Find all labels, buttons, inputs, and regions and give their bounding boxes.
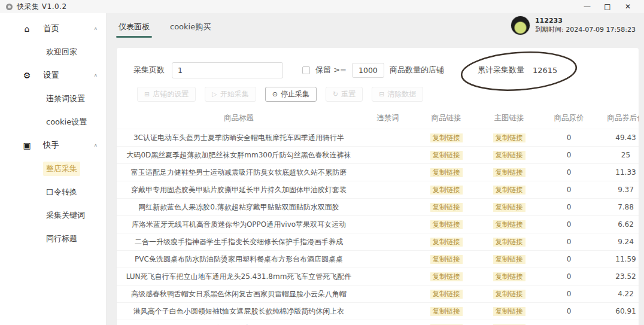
copy-product-link[interactable]: 复制链接 bbox=[430, 255, 463, 264]
keep-label: 保留 >= bbox=[315, 65, 347, 75]
copy-image-link[interactable]: 复制链接 bbox=[493, 203, 525, 212]
app-window: 快采集 V1.0.2 — □ ✕ ⌂ 首页 ∧ 欢迎回家 ⚙ 设置 ∧ 违禁词设 bbox=[0, 0, 644, 325]
sidebar-item-peer-titles[interactable]: 同行标题 bbox=[0, 227, 106, 250]
start-icon: ▷ bbox=[212, 90, 217, 98]
sidebar-item-label: 口令转换 bbox=[43, 185, 80, 199]
copy-product-link[interactable]: 复制链接 bbox=[430, 168, 463, 177]
table-row: 港风高个子白色小圆领短袖t恤女遮屁股长款纯棉净版简约休闲上衣复制链接复制链接06… bbox=[117, 302, 639, 320]
table-row: LUN死飞自行车把立山地车通用龙头25.431.8mm死飞车立管死飞配件复制链接… bbox=[117, 268, 639, 285]
original-price: 0 bbox=[540, 272, 597, 281]
copy-image-link-cell: 复制链接 bbox=[478, 290, 540, 299]
copy-product-link[interactable]: 复制链接 bbox=[430, 203, 463, 212]
keep-checkbox[interactable] bbox=[302, 66, 310, 74]
sidebar-item-cookie-settings[interactable]: cookie设置 bbox=[0, 110, 106, 133]
copy-product-link[interactable]: 复制链接 bbox=[430, 238, 463, 247]
table-row: 3C认证电动车头盔男士夏季防晒安全帽电瓶摩托车四季通用骑行半复制链接复制链接04… bbox=[117, 129, 639, 146]
sidebar-item-collect-keywords[interactable]: 采集关键词 bbox=[0, 203, 106, 227]
copy-product-link-cell: 复制链接 bbox=[415, 290, 478, 299]
copy-product-link[interactable]: 复制链接 bbox=[430, 307, 463, 316]
original-price: 0 bbox=[540, 133, 597, 142]
button-label: 开始采集 bbox=[220, 89, 249, 99]
reset-button[interactable]: ↻ 重置 bbox=[326, 87, 363, 102]
sidebar-item-command-convert[interactable]: 口令转换 bbox=[0, 180, 106, 203]
copy-image-link[interactable]: 复制链接 bbox=[493, 307, 525, 316]
total-collected: 累计采集数量 12615 bbox=[472, 61, 563, 79]
expiry-time: 到期时间: 2024-07-09 17:58:23 bbox=[535, 26, 636, 35]
table-row: 穿戴甲专用固态胶美甲贴片胶撕甲延长甲片持久加固体甲油胶灯套装复制链接复制链接09… bbox=[117, 181, 639, 198]
copy-image-link-cell: 复制链接 bbox=[478, 307, 540, 316]
stop-collect-button[interactable]: ⊙ 停止采集 bbox=[265, 87, 317, 102]
copy-product-link[interactable]: 复制链接 bbox=[430, 133, 463, 142]
col-original-price: 商品原价 bbox=[540, 113, 597, 123]
copy-image-link[interactable]: 复制链接 bbox=[493, 290, 525, 299]
user-id: 112233 bbox=[535, 17, 636, 26]
shop-settings-button[interactable]: ⊞ 店铺的设置 bbox=[137, 87, 196, 102]
sidebar-item-label: 欢迎回家 bbox=[43, 45, 80, 59]
sidebar-item-label: 整店采集 bbox=[43, 162, 80, 176]
content-card: 采集页数 保留 >= 商品数量的店铺 累计采集数量 bbox=[117, 48, 639, 325]
copy-product-link[interactable]: 复制链接 bbox=[430, 151, 463, 160]
copy-image-link[interactable]: 复制链接 bbox=[493, 133, 525, 142]
copy-product-link[interactable]: 复制链接 bbox=[430, 290, 463, 299]
copy-image-link-cell: 复制链接 bbox=[478, 186, 540, 195]
avatar[interactable] bbox=[511, 16, 530, 35]
clear-data-button[interactable]: ⊟ 清除数据 bbox=[372, 87, 423, 102]
tab-cookie-buy[interactable]: cookie购买 bbox=[170, 22, 211, 38]
copy-product-link[interactable]: 复制链接 bbox=[430, 220, 463, 229]
copy-image-link[interactable]: 复制链接 bbox=[493, 255, 525, 264]
app-logo-icon bbox=[6, 4, 13, 10]
button-label: 停止采集 bbox=[281, 89, 309, 99]
original-price: 0 bbox=[540, 168, 597, 177]
keep-count-input[interactable] bbox=[352, 63, 384, 78]
copy-image-link-cell: 复制链接 bbox=[478, 255, 540, 264]
total-value: 12615 bbox=[533, 66, 557, 75]
user-info: 112233 到期时间: 2024-07-09 17:58:23 bbox=[511, 16, 636, 35]
minimize-button[interactable]: — bbox=[577, 0, 597, 13]
copy-image-link[interactable]: 复制链接 bbox=[493, 168, 525, 177]
copy-image-link[interactable]: 复制链接 bbox=[493, 272, 525, 281]
original-price: 0 bbox=[540, 307, 597, 315]
pages-input[interactable] bbox=[172, 62, 283, 78]
product-title: 3C认证电动车头盔男士夏季防晒安全帽电瓶摩托车四季通用骑行半 bbox=[117, 133, 361, 143]
coupon-price: 9.24 bbox=[597, 238, 639, 246]
copy-product-link[interactable]: 复制链接 bbox=[430, 272, 463, 281]
copy-product-link-cell: 复制链接 bbox=[415, 168, 478, 177]
sidebar-item-whole-store-collect[interactable]: 整店采集 bbox=[0, 157, 106, 180]
copy-image-link[interactable]: 复制链接 bbox=[493, 151, 525, 160]
table-row: 二合一升级瘦手指神器学生手指变长变细修长保护手指漫画手养成复制链接复制链接09.… bbox=[117, 233, 639, 250]
original-price: 0 bbox=[540, 151, 597, 159]
tab-dashboard[interactable]: 仪表面板 bbox=[119, 22, 150, 38]
copy-product-link-cell: 复制链接 bbox=[415, 133, 478, 142]
coupon-price: 9.37 bbox=[597, 186, 639, 194]
original-price: 0 bbox=[540, 238, 597, 246]
product-title: PVC免洗圆桌布防水防油防烫家用塑料餐桌布方形台布酒店圆桌桌 bbox=[117, 254, 361, 265]
copy-image-link[interactable]: 复制链接 bbox=[493, 238, 525, 247]
sidebar-item-settings[interactable]: ⚙ 设置 ∧ bbox=[0, 63, 106, 87]
copy-product-link-cell: 复制链接 bbox=[415, 203, 478, 212]
copy-image-link[interactable]: 复制链接 bbox=[493, 186, 525, 195]
col-coupon-price: 商品券后价 bbox=[597, 113, 639, 123]
copy-image-link[interactable]: 复制链接 bbox=[493, 220, 525, 229]
sidebar-item-welcome-home[interactable]: 欢迎回家 bbox=[0, 40, 106, 63]
sidebar-item-label: 快手 bbox=[43, 140, 59, 151]
copy-product-link[interactable]: 复制链接 bbox=[430, 186, 463, 195]
sidebar-item-kuaishou[interactable]: ▣ 快手 ∧ bbox=[0, 133, 106, 157]
product-title: 高级感春秋鸭舌帽女日系黑色休闲复古画家贝雷帽显脸小云朵八角帽 bbox=[117, 289, 361, 299]
start-collect-button[interactable]: ▷ 开始采集 bbox=[205, 87, 256, 102]
table-row: 大码0D黑丝夏季超薄款加肥丝袜女胖mm300斤防勾丝黑色春秋连裤袜复制链接复制链… bbox=[117, 146, 639, 163]
copy-image-link-cell: 复制链接 bbox=[478, 151, 540, 160]
maximize-button[interactable]: □ bbox=[597, 0, 618, 13]
col-forbidden-words: 违禁词 bbox=[361, 113, 415, 123]
product-title: 富玉适配足力健鞋垫男士运动减震吸汗防臭女软底超软久站不累防磨 bbox=[117, 168, 361, 178]
sidebar-item-forbidden-words[interactable]: 违禁词设置 bbox=[0, 87, 106, 110]
copy-image-link-cell: 复制链接 bbox=[478, 133, 540, 142]
close-button[interactable]: ✕ bbox=[618, 0, 638, 13]
main-top: 仪表面板 cookie购买 112233 到期时间: 2024-07-09 17… bbox=[107, 13, 644, 48]
original-price: 0 bbox=[540, 290, 597, 298]
coupon-price: 11.33 bbox=[597, 168, 639, 177]
sidebar-item-home[interactable]: ⌂ 首页 ∧ bbox=[0, 17, 106, 40]
chevron-up-icon: ∧ bbox=[93, 143, 98, 148]
collect-form: 采集页数 保留 >= 商品数量的店铺 累计采集数量 bbox=[133, 61, 639, 79]
copy-product-link-cell: 复制链接 bbox=[415, 238, 478, 247]
original-price: 0 bbox=[540, 186, 597, 194]
